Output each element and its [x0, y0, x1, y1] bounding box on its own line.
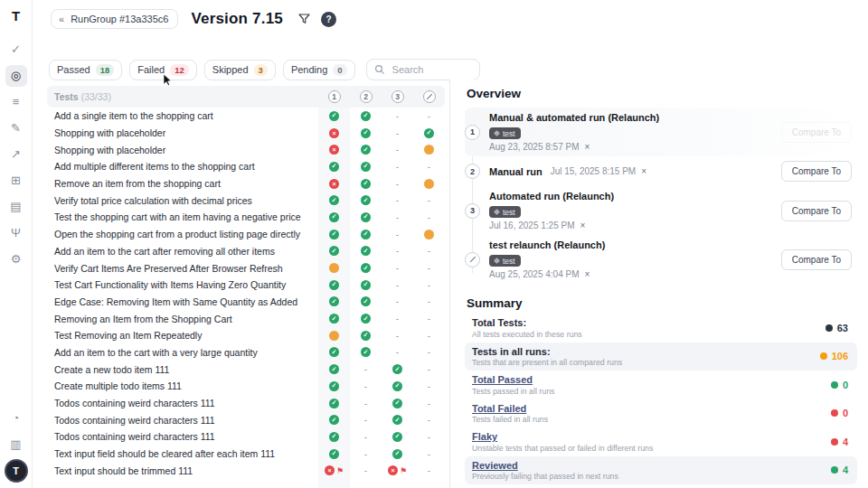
test-row[interactable]: Add multiple different items to the shop…: [47, 158, 445, 175]
no-run-dash: -: [364, 364, 367, 374]
test-row[interactable]: Add an item to the cart with a very larg…: [47, 344, 445, 361]
compare-to-button[interactable]: Compare To: [781, 201, 852, 221]
filter-chip-failed[interactable]: Failed12: [129, 60, 197, 80]
status-cell: -: [382, 145, 413, 155]
compare-to-button[interactable]: Compare To: [781, 249, 852, 270]
compare-to-button[interactable]: Compare To: [781, 161, 852, 182]
summary-label[interactable]: Total Failed: [472, 403, 548, 414]
status-cell: -: [382, 296, 413, 306]
close-icon[interactable]: ×: [580, 221, 586, 230]
settings-icon[interactable]: ⚙: [5, 249, 27, 270]
no-run-dash: -: [364, 381, 367, 391]
run-date: Aug 25, 2025 4:04 PM×: [489, 269, 772, 279]
docs-icon[interactable]: ▤: [5, 196, 27, 218]
summary-row[interactable]: ReviewedPreviously failing that passed i…: [465, 456, 857, 485]
status-cell: -: [382, 111, 413, 121]
edit-icon[interactable]: ✎: [5, 117, 27, 139]
status-cell: ✓: [382, 399, 413, 408]
list-icon[interactable]: ≡: [5, 91, 27, 113]
status-cell: ×⚑: [382, 465, 413, 475]
close-icon[interactable]: ×: [641, 167, 646, 176]
test-row[interactable]: Todos containing weird characters 111✓-✓…: [47, 395, 445, 412]
status-cell: ✓: [318, 381, 350, 391]
summary-value: 4: [831, 436, 848, 447]
status-cell: ✓: [350, 230, 382, 239]
book-icon[interactable]: ▥: [5, 434, 27, 455]
sidebar-bottom: ◔▥ T: [5, 405, 28, 488]
summary-value-dot: [820, 352, 827, 360]
no-run-dash: -: [396, 296, 399, 306]
test-row[interactable]: Text input field should be cleared after…: [47, 446, 445, 463]
search-box[interactable]: [366, 59, 480, 80]
runs-icon[interactable]: ◎: [5, 65, 27, 87]
run-title: Manual run: [489, 166, 542, 177]
test-row[interactable]: Open the shopping cart from a product li…: [47, 226, 445, 243]
check-icon[interactable]: ✓: [5, 39, 27, 61]
run-item[interactable]: 1Manual & automated run (Relaunch)testAu…: [465, 108, 857, 156]
close-icon[interactable]: ×: [585, 143, 590, 152]
status-cell: ✓: [350, 296, 382, 306]
status-cell: ✓: [318, 230, 350, 239]
rungroup-back-button[interactable]: « RunGroup #13a335c6: [51, 9, 178, 29]
summary-row[interactable]: DegradedPreviously passed that failed in…: [465, 484, 857, 488]
test-name: Shopping with placeholder: [47, 127, 318, 138]
help-button[interactable]: ?: [321, 12, 336, 27]
test-row[interactable]: Add an item to the cart after removing a…: [47, 243, 445, 260]
clock-icon[interactable]: ◔: [5, 408, 27, 429]
collapse-panel-icon[interactable]: ▸: [449, 90, 450, 99]
test-row[interactable]: Shopping with placeholder×✓-: [47, 141, 445, 158]
status-fail-icon: ×: [329, 145, 339, 155]
status-pass-icon: ✓: [329, 432, 339, 442]
filter-button[interactable]: [294, 9, 314, 29]
branch-icon[interactable]: Ψ: [5, 222, 27, 244]
test-row[interactable]: Verify Cart Items Are Preserved After Br…: [47, 259, 445, 277]
test-row[interactable]: Todos containing weird characters 111✓-✓…: [47, 428, 445, 446]
filter-chip-skipped[interactable]: Skipped3: [204, 60, 276, 80]
status-pass-icon: ✓: [424, 128, 434, 138]
analytics-icon[interactable]: ↗: [5, 144, 27, 165]
summary-label[interactable]: Reviewed: [472, 460, 618, 471]
test-row[interactable]: Todos containing weird characters 111✓-✓…: [47, 411, 445, 428]
search-input[interactable]: [391, 63, 467, 76]
summary-row[interactable]: Total FailedTests failed in all runs0: [465, 399, 857, 428]
test-row[interactable]: Remove an item from the shopping cart×✓-: [47, 175, 445, 192]
run-item[interactable]: 3Automated run (Relaunch)testJul 16, 202…: [465, 186, 857, 235]
status-pass-icon: ✓: [329, 212, 339, 222]
test-row[interactable]: Test the shopping cart with an item havi…: [47, 209, 445, 226]
summary-row[interactable]: FlakyUnstable tests that passed or faile…: [465, 427, 857, 456]
status-pass-icon: ✓: [361, 246, 371, 256]
close-icon[interactable]: ×: [585, 270, 590, 279]
status-cell: ✓: [318, 212, 350, 222]
test-row[interactable]: Shopping with placeholder×✓-✓: [47, 125, 445, 142]
test-row[interactable]: Removing an Item from the Shopping Cart✓…: [47, 310, 445, 327]
summary-row[interactable]: Total PassedTests passed in all runs0: [465, 371, 857, 399]
filter-count-badge: 0: [333, 64, 346, 76]
no-run-dash: -: [396, 195, 399, 205]
status-cell: [413, 179, 445, 189]
run-item[interactable]: test relaunch (Relaunch)testAug 25, 2025…: [465, 235, 857, 284]
test-row[interactable]: Create multiple todo items 111✓-✓-: [47, 378, 445, 395]
no-run-dash: -: [364, 399, 367, 408]
test-row[interactable]: Edge Case: Removing Item with Same Quant…: [47, 294, 445, 311]
summary-label[interactable]: Total Passed: [472, 374, 554, 385]
filter-chip-pending[interactable]: Pending0: [283, 60, 355, 80]
user-avatar[interactable]: T: [5, 459, 28, 483]
summary-label[interactable]: Flaky: [472, 431, 653, 442]
run-item[interactable]: 2Manual runJul 15, 2025 8:15 PM×Compare …: [465, 156, 857, 186]
export-icon[interactable]: ⊞: [5, 170, 27, 192]
test-row[interactable]: Text input should be trimmed 111×⚑-×⚑-: [47, 462, 445, 479]
sidebar-bottom-icons: ◔▥: [5, 405, 27, 457]
run-2-icon: 2: [465, 164, 480, 179]
test-row[interactable]: Verify total price calculation with deci…: [47, 192, 445, 209]
status-cell: -: [382, 331, 413, 341]
status-pass-icon: ✓: [361, 212, 371, 222]
test-row[interactable]: Create a new todo item 111✓-✓-: [47, 361, 445, 378]
test-row[interactable]: Test Cart Functionality with Items Havin…: [47, 277, 445, 294]
filter-chip-passed[interactable]: Passed18: [49, 60, 122, 80]
app-logo[interactable]: T: [6, 5, 26, 25]
test-row[interactable]: Test Removing an Item Repeatedly✓--: [47, 327, 445, 344]
test-row[interactable]: Add a single item to the shopping cart✓✓…: [47, 108, 445, 125]
status-cell: -: [382, 246, 413, 256]
run-date: Aug 23, 2025 8:57 PM×: [489, 142, 772, 152]
tests-header-label: Tests(33/33): [47, 91, 318, 102]
